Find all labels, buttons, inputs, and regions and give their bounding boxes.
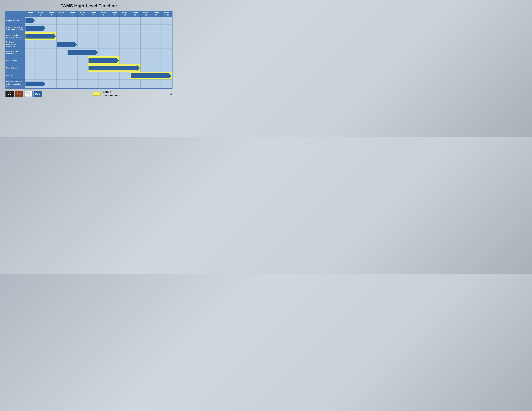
legend-text: SME's involvement — [103, 90, 119, 97]
footer: JC OregonDept ofAgriculture Oregon Depar… — [5, 90, 172, 97]
empty-cell-2-10 — [130, 32, 141, 40]
empty-cell-3-11 — [141, 40, 151, 49]
empty-cell-8-10 — [130, 80, 141, 88]
empty-cell-4-2 — [46, 49, 57, 56]
table-row: Project Kick-off — [5, 17, 172, 25]
empty-cell-2-6 — [88, 32, 98, 40]
logo-agriculture: OregonDept ofAgriculture — [15, 91, 23, 97]
empty-cell-3-0 — [25, 40, 36, 49]
empty-cell-7-9 — [119, 72, 130, 80]
empty-cell-1-10 — [130, 25, 141, 32]
empty-cell-7-6 — [88, 72, 98, 80]
empty-cell-5-0 — [25, 56, 36, 64]
empty-cell-2-13 — [162, 32, 172, 40]
empty-cell-7-4 — [67, 72, 77, 80]
empty-cell-2-11 — [141, 32, 151, 40]
empty-cell-0-1 — [36, 17, 46, 25]
empty-cell-1-3 — [57, 25, 67, 32]
logo-area: JC OregonDept ofAgriculture Oregon Depar… — [6, 91, 42, 97]
header-month-1: Month1 — [25, 11, 36, 17]
empty-cell-6-0 — [25, 64, 36, 72]
empty-cell-2-3 — [57, 32, 67, 40]
header-month-9: Month9 — [109, 11, 119, 17]
empty-cell-3-13 — [162, 40, 172, 49]
logo-oregon: Oregon Departmentof Agriculture — [24, 91, 33, 97]
empty-cell-0-2 — [46, 17, 57, 25]
arrow-cell-3 — [57, 40, 77, 49]
empty-cell-0-8 — [109, 17, 119, 25]
empty-cell-5-10 — [130, 56, 141, 64]
row-label-6: User Training — [5, 64, 25, 72]
page-number: 2 — [170, 92, 172, 95]
empty-cell-3-5 — [77, 40, 88, 49]
empty-cell-4-7 — [98, 49, 109, 56]
empty-cell-6-4 — [67, 64, 77, 72]
empty-cell-1-13 — [162, 25, 172, 32]
header-month-3: Month3 — [46, 11, 57, 17]
empty-cell-4-13 — [162, 49, 172, 56]
empty-cell-0-7 — [98, 17, 109, 25]
empty-cell-8-13 — [162, 80, 172, 88]
arrow-cell-0 — [25, 17, 36, 25]
empty-cell-0-13 — [162, 17, 172, 25]
empty-cell-3-7 — [98, 40, 109, 49]
empty-cell-3-1 — [36, 40, 46, 49]
gantt-container: Month1Month2Month3Month4Month5Month6Mont… — [5, 11, 172, 89]
empty-cell-7-2 — [46, 72, 57, 80]
logo-jc: JC — [6, 91, 14, 97]
empty-cell-1-2 — [46, 25, 57, 32]
empty-cell-4-8 — [109, 49, 119, 56]
empty-cell-5-13 — [162, 56, 172, 64]
arrow-cell-6 — [88, 64, 141, 72]
empty-cell-3-6 — [88, 40, 98, 49]
empty-cell-8-8 — [109, 80, 119, 88]
empty-cell-7-1 — [36, 72, 46, 80]
empty-cell-5-9 — [119, 56, 130, 64]
empty-cell-1-7 — [98, 25, 109, 32]
empty-cell-6-5 — [77, 64, 88, 72]
header-month-4: Month4 — [57, 11, 67, 17]
row-label-5: User Testing — [5, 56, 25, 64]
empty-cell-3-9 — [119, 40, 130, 49]
header-month-2: Month2 — [36, 11, 46, 17]
empty-cell-2-8 — [109, 32, 119, 40]
header-month-14: Month14-18 — [162, 11, 172, 17]
empty-cell-3-2 — [46, 40, 57, 49]
empty-cell-2-7 — [98, 32, 109, 40]
header-month-12: Month12 — [141, 11, 151, 17]
empty-cell-7-7 — [98, 72, 109, 80]
arrow-cell-1 — [25, 25, 46, 32]
empty-cell-5-1 — [36, 56, 46, 64]
empty-cell-0-10 — [130, 17, 141, 25]
header-month-8: Month8 — [98, 11, 109, 17]
empty-cell-4-10 — [130, 49, 141, 56]
empty-cell-1-4 — [67, 25, 77, 32]
header-month-6: Month6 — [77, 11, 88, 17]
empty-cell-8-2 — [46, 80, 57, 88]
empty-cell-3-10 — [130, 40, 141, 49]
row-label-8: Develop Transition & Communication Plan — [5, 80, 25, 88]
empty-cell-1-12 — [151, 25, 162, 32]
empty-cell-5-2 — [46, 56, 57, 64]
arrow-cell-4 — [67, 49, 98, 56]
row-label-3: Software Installation, Validation — [5, 40, 25, 49]
table-row: Software Installation, Validation — [5, 40, 172, 49]
empty-cell-2-12 — [151, 32, 162, 40]
empty-cell-2-4 — [67, 32, 77, 40]
empty-cell-8-7 — [98, 80, 109, 88]
empty-cell-8-6 — [88, 80, 98, 88]
empty-cell-0-12 — [151, 17, 162, 25]
header-month-11: Month11 — [130, 11, 141, 17]
empty-cell-1-9 — [119, 25, 130, 32]
empty-cell-6-11 — [141, 64, 151, 72]
header-month-7: Month7 — [88, 11, 98, 17]
empty-cell-0-9 — [119, 17, 130, 25]
table-row: Project Planning & Core Team Training — [5, 25, 172, 32]
table-row: User Training — [5, 64, 172, 72]
header-month-5: Month5 — [67, 11, 77, 17]
header-month-10: Month10 — [119, 11, 130, 17]
empty-cell-4-0 — [25, 49, 36, 56]
arrow-cell-5 — [88, 56, 120, 64]
empty-cell-4-3 — [57, 49, 67, 56]
empty-cell-4-11 — [141, 49, 151, 56]
